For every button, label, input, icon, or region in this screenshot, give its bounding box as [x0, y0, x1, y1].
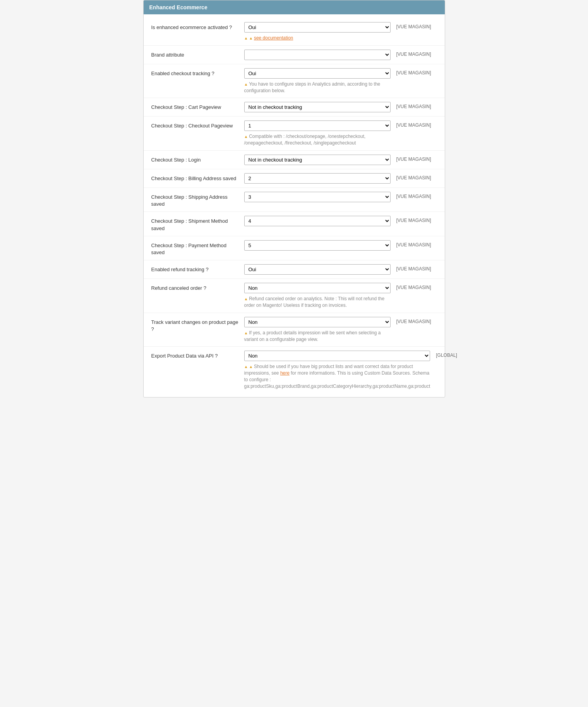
select-enabled-checkout-tracking[interactable]: OuiNon [244, 68, 391, 79]
form-row-brand-attribute: Brand attribute[VUE MAGASIN] [144, 46, 445, 64]
hint-track-variant-changes: If yes, a product details impression wil… [244, 330, 391, 343]
select-checkout-step-cart[interactable]: Not in checkout tracking12345 [244, 102, 391, 112]
select-checkout-step-login[interactable]: Not in checkout tracking12345 [244, 155, 391, 165]
control-col-export-product-data: OuiNon▲ Should be used if you have big p… [244, 351, 430, 389]
control-col-brand-attribute [244, 50, 391, 60]
form-row-checkout-step-payment-method: Checkout Step : Payment Method savedNot … [144, 236, 445, 260]
select-is-enhanced-ecommerce[interactable]: OuiNon [244, 22, 391, 33]
field-label-checkout-step-checkout: Checkout Step : Checkout Pageview [151, 120, 244, 129]
select-checkout-step-billing[interactable]: Not in checkout tracking12345 [244, 173, 391, 184]
panel-body: Is enhanced ecommerce activated ?OuiNon▲… [144, 14, 445, 397]
hint-checkout-step-checkout: Compatible with : /checkout/onepage, /on… [244, 133, 391, 146]
control-col-is-enhanced-ecommerce: OuiNon▲ see documentation [244, 22, 391, 41]
field-label-checkout-step-login: Checkout Step : Login [151, 155, 244, 163]
field-label-refund-canceled-order: Refund canceled order ? [151, 283, 244, 292]
hint-is-enhanced-ecommerce: ▲ see documentation [244, 35, 391, 41]
field-label-checkout-step-cart: Checkout Step : Cart Pageview [151, 102, 244, 111]
scope-label-checkout-step-checkout: [VUE MAGASIN] [391, 120, 437, 128]
field-label-enabled-refund-tracking: Enabled refund tracking ? [151, 264, 244, 273]
field-label-checkout-step-shipping: Checkout Step : Shipping Address saved [151, 192, 244, 208]
select-refund-canceled-order[interactable]: OuiNon [244, 283, 391, 293]
scope-label-track-variant-changes: [VUE MAGASIN] [391, 317, 437, 324]
control-col-track-variant-changes: OuiNonIf yes, a product details impressi… [244, 317, 391, 343]
select-checkout-step-shipment-method[interactable]: Not in checkout tracking12345 [244, 216, 391, 226]
field-label-export-product-data: Export Product Data via API ? [151, 351, 244, 360]
form-row-enabled-checkout-tracking: Enabled checkout tracking ?OuiNonYou hav… [144, 64, 445, 98]
scope-label-checkout-step-payment-method: [VUE MAGASIN] [391, 240, 437, 248]
select-track-variant-changes[interactable]: OuiNon [244, 317, 391, 327]
form-row-checkout-step-login: Checkout Step : LoginNot in checkout tra… [144, 151, 445, 169]
control-col-checkout-step-shipment-method: Not in checkout tracking12345 [244, 216, 391, 226]
form-row-refund-canceled-order: Refund canceled order ?OuiNonRefund canc… [144, 279, 445, 313]
control-col-checkout-step-login: Not in checkout tracking12345 [244, 155, 391, 165]
select-checkout-step-checkout[interactable]: Not in checkout tracking12345 [244, 120, 391, 131]
scope-label-checkout-step-shipment-method: [VUE MAGASIN] [391, 216, 437, 223]
form-row-enabled-refund-tracking: Enabled refund tracking ?OuiNon[VUE MAGA… [144, 260, 445, 279]
control-col-checkout-step-billing: Not in checkout tracking12345 [244, 173, 391, 184]
form-row-checkout-step-checkout: Checkout Step : Checkout PageviewNot in … [144, 117, 445, 151]
form-row-track-variant-changes: Track variant changes on product page ?O… [144, 313, 445, 347]
field-label-checkout-step-shipment-method: Checkout Step : Shipment Method saved [151, 216, 244, 232]
select-checkout-step-payment-method[interactable]: Not in checkout tracking12345 [244, 240, 391, 251]
scope-label-export-product-data: [GLOBAL] [430, 351, 477, 358]
hint-export-product-data: ▲ Should be used if you have big product… [244, 363, 430, 389]
panel-title: Enhanced Ecommerce [144, 0, 445, 14]
scope-label-checkout-step-billing: [VUE MAGASIN] [391, 173, 437, 181]
form-row-checkout-step-billing: Checkout Step : Billing Address savedNot… [144, 169, 445, 188]
form-row-export-product-data: Export Product Data via API ?OuiNon▲ Sho… [144, 347, 445, 393]
form-row-checkout-step-shipping: Checkout Step : Shipping Address savedNo… [144, 188, 445, 212]
form-row-checkout-step-cart: Checkout Step : Cart PageviewNot in chec… [144, 98, 445, 117]
scope-label-enabled-checkout-tracking: [VUE MAGASIN] [391, 68, 437, 76]
enhanced-ecommerce-panel: Enhanced Ecommerce Is enhanced ecommerce… [143, 0, 445, 397]
control-col-enabled-refund-tracking: OuiNon [244, 264, 391, 275]
select-enabled-refund-tracking[interactable]: OuiNon [244, 264, 391, 275]
control-col-checkout-step-shipping: Not in checkout tracking12345 [244, 192, 391, 202]
field-label-track-variant-changes: Track variant changes on product page ? [151, 317, 244, 333]
scope-label-enabled-refund-tracking: [VUE MAGASIN] [391, 264, 437, 272]
doc-link-is-enhanced-ecommerce[interactable]: see documentation [254, 35, 293, 41]
form-row-checkout-step-shipment-method: Checkout Step : Shipment Method savedNot… [144, 212, 445, 236]
scope-label-refund-canceled-order: [VUE MAGASIN] [391, 283, 437, 290]
scope-label-checkout-step-shipping: [VUE MAGASIN] [391, 192, 437, 199]
scope-label-checkout-step-login: [VUE MAGASIN] [391, 155, 437, 162]
field-label-is-enhanced-ecommerce: Is enhanced ecommerce activated ? [151, 22, 244, 31]
field-label-checkout-step-payment-method: Checkout Step : Payment Method saved [151, 240, 244, 256]
hint-refund-canceled-order: Refund canceled order on analytics. Note… [244, 296, 391, 309]
control-col-enabled-checkout-tracking: OuiNonYou have to configure steps in Ana… [244, 68, 391, 94]
select-brand-attribute[interactable] [244, 50, 391, 60]
control-col-checkout-step-payment-method: Not in checkout tracking12345 [244, 240, 391, 251]
form-row-is-enhanced-ecommerce: Is enhanced ecommerce activated ?OuiNon▲… [144, 18, 445, 46]
control-col-checkout-step-cart: Not in checkout tracking12345 [244, 102, 391, 112]
here-link-export-product-data[interactable]: here [280, 370, 290, 376]
field-label-brand-attribute: Brand attribute [151, 50, 244, 58]
scope-label-brand-attribute: [VUE MAGASIN] [391, 50, 437, 57]
scope-label-is-enhanced-ecommerce: [VUE MAGASIN] [391, 22, 437, 29]
select-export-product-data[interactable]: OuiNon [244, 351, 430, 361]
control-col-checkout-step-checkout: Not in checkout tracking12345Compatible … [244, 120, 391, 146]
hint-enabled-checkout-tracking: You have to configure steps in Analytics… [244, 81, 391, 94]
control-col-refund-canceled-order: OuiNonRefund canceled order on analytics… [244, 283, 391, 309]
field-label-enabled-checkout-tracking: Enabled checkout tracking ? [151, 68, 244, 77]
field-label-checkout-step-billing: Checkout Step : Billing Address saved [151, 173, 244, 182]
select-checkout-step-shipping[interactable]: Not in checkout tracking12345 [244, 192, 391, 202]
scope-label-checkout-step-cart: [VUE MAGASIN] [391, 102, 437, 109]
